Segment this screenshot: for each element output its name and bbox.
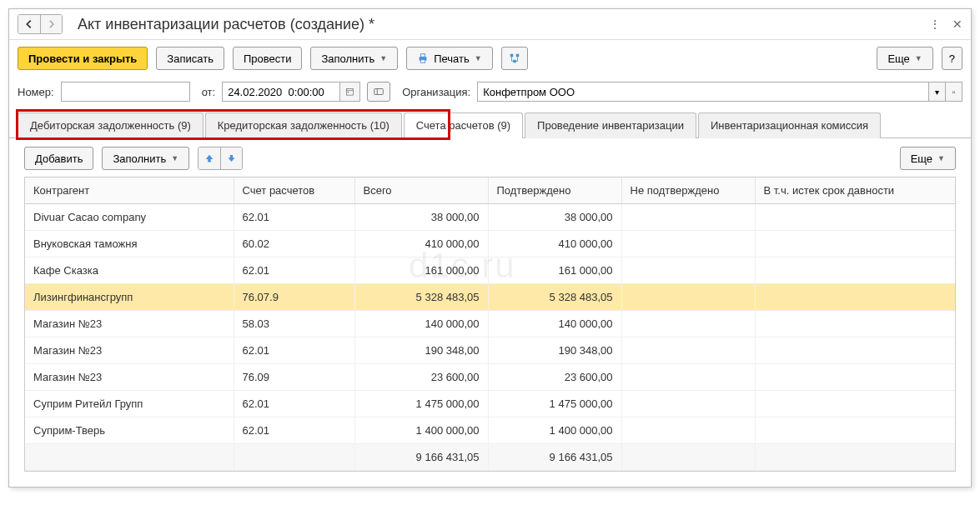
cell-confirmed[interactable]: 140 000,00 — [488, 311, 621, 338]
cell-account[interactable]: 62.01 — [234, 338, 354, 364]
org-open-button[interactable]: ▫ — [945, 82, 962, 101]
cell-counterparty[interactable]: Магазин №23 — [25, 364, 234, 391]
move-down-button[interactable] — [220, 148, 242, 169]
cell-confirmed[interactable]: 161 000,00 — [488, 258, 621, 284]
cell-account[interactable]: 58.03 — [234, 311, 354, 338]
cell-unconfirmed[interactable] — [621, 231, 755, 258]
org-dropdown-button[interactable]: ▾ — [928, 82, 945, 101]
table-row[interactable]: Внуковская таможня60.02410 000,00410 000… — [25, 231, 955, 258]
cell-counterparty[interactable]: Магазин №23 — [25, 311, 234, 338]
cell-confirmed[interactable]: 23 600,00 — [488, 364, 621, 391]
number-input[interactable] — [61, 82, 190, 102]
cell-unconfirmed[interactable] — [621, 311, 755, 338]
cell-total[interactable]: 5 328 483,05 — [354, 284, 488, 311]
sub-more-button[interactable]: Еще ▼ — [900, 147, 956, 170]
cell-account[interactable]: 62.01 — [234, 418, 354, 444]
cell-expired[interactable] — [755, 258, 955, 284]
cell-expired[interactable] — [755, 284, 955, 311]
forward-button[interactable] — [40, 15, 62, 33]
cell-expired[interactable] — [755, 418, 955, 444]
col-confirmed[interactable]: Подтверждено — [488, 178, 621, 204]
cell-total[interactable]: 1 475 000,00 — [354, 391, 488, 418]
tab-inventory[interactable]: Проведение инвентаризации — [525, 112, 696, 138]
fill-sub-button[interactable]: Заполнить ▼ — [102, 147, 189, 170]
cell-unconfirmed[interactable] — [621, 338, 755, 364]
cell-counterparty[interactable]: Лизингфинансгрупп — [25, 284, 234, 311]
cell-expired[interactable] — [755, 338, 955, 364]
col-expired[interactable]: В т.ч. истек срок давности — [755, 178, 955, 204]
col-unconfirmed[interactable]: Не подтверждено — [621, 178, 755, 204]
cell-confirmed[interactable]: 5 328 483,05 — [488, 284, 621, 311]
col-counterparty[interactable]: Контрагент — [25, 178, 234, 204]
tab-accounts[interactable]: Счета расчетов (9) — [404, 112, 523, 138]
cell-expired[interactable] — [755, 364, 955, 391]
cell-confirmed[interactable]: 38 000,00 — [488, 204, 621, 231]
cell-unconfirmed[interactable] — [621, 284, 755, 311]
cell-confirmed[interactable]: 1 400 000,00 — [488, 418, 621, 444]
cell-unconfirmed[interactable] — [621, 391, 755, 418]
help-button[interactable]: ? — [942, 47, 962, 70]
table-row[interactable]: Кафе Сказка62.01161 000,00161 000,00 — [25, 258, 955, 284]
post-button[interactable]: Провести — [233, 47, 303, 70]
cell-confirmed[interactable]: 190 348,00 — [488, 338, 621, 364]
tab-debit[interactable]: Дебиторская задолженность (9) — [18, 112, 204, 138]
date-input[interactable] — [223, 82, 339, 101]
structure-button[interactable] — [501, 47, 528, 70]
link-icon — [373, 86, 384, 98]
more-button[interactable]: Еще ▼ — [877, 47, 932, 70]
cell-total[interactable]: 410 000,00 — [354, 231, 488, 258]
cell-confirmed[interactable]: 410 000,00 — [488, 231, 621, 258]
cell-counterparty[interactable]: Внуковская таможня — [25, 231, 234, 258]
cell-expired[interactable] — [755, 391, 955, 418]
table-row[interactable]: Магазин №2358.03140 000,00140 000,00 — [25, 311, 955, 338]
cell-expired[interactable] — [755, 311, 955, 338]
cell-counterparty[interactable]: Суприм-Тверь — [25, 418, 234, 444]
cell-expired[interactable] — [755, 231, 955, 258]
nav-buttons — [18, 14, 63, 34]
cell-expired[interactable] — [755, 204, 955, 231]
cell-account[interactable]: 62.01 — [234, 391, 354, 418]
post-and-close-button[interactable]: Провести и закрыть — [18, 47, 148, 70]
table-row[interactable]: Суприм-Тверь62.011 400 000,001 400 000,0… — [25, 418, 955, 444]
cell-unconfirmed[interactable] — [621, 364, 755, 391]
cell-counterparty[interactable]: Магазин №23 — [25, 338, 234, 364]
table-row[interactable]: Суприм Ритейл Групп62.011 475 000,001 47… — [25, 391, 955, 418]
move-up-button[interactable] — [199, 148, 220, 169]
cell-account[interactable]: 76.09 — [234, 364, 354, 391]
cell-total[interactable]: 38 000,00 — [354, 204, 488, 231]
cell-unconfirmed[interactable] — [621, 418, 755, 444]
print-button[interactable]: Печать ▼ — [406, 47, 493, 70]
table-row[interactable]: Магазин №2362.01190 348,00190 348,00 — [25, 338, 955, 364]
table-row[interactable]: Лизингфинансгрупп76.07.95 328 483,055 32… — [25, 284, 955, 311]
col-total[interactable]: Всего — [354, 178, 488, 204]
menu-dots-icon[interactable]: ⋮ — [929, 18, 941, 31]
organization-input[interactable] — [478, 82, 928, 101]
cell-account[interactable]: 60.02 — [234, 231, 354, 258]
cell-unconfirmed[interactable] — [621, 204, 755, 231]
tab-commission[interactable]: Инвентаризационная комиссия — [698, 112, 881, 138]
cell-total[interactable]: 190 348,00 — [354, 338, 488, 364]
date-link-button[interactable] — [367, 82, 390, 102]
fill-button[interactable]: Заполнить ▼ — [310, 47, 398, 70]
cell-unconfirmed[interactable] — [621, 258, 755, 284]
cell-total[interactable]: 1 400 000,00 — [354, 418, 488, 444]
cell-total[interactable]: 23 600,00 — [354, 364, 488, 391]
cell-total[interactable]: 140 000,00 — [354, 311, 488, 338]
add-button[interactable]: Добавить — [24, 147, 93, 170]
col-account[interactable]: Счет расчетов — [234, 178, 354, 204]
write-button[interactable]: Записать — [156, 47, 224, 70]
cell-confirmed[interactable]: 1 475 000,00 — [488, 391, 621, 418]
calendar-button[interactable] — [339, 82, 359, 101]
close-icon[interactable]: ✕ — [952, 18, 962, 31]
cell-counterparty[interactable]: Кафе Сказка — [25, 258, 234, 284]
table-row[interactable]: Divuar Cacao company62.0138 000,0038 000… — [25, 204, 955, 231]
tab-credit[interactable]: Кредиторская задолженность (10) — [205, 112, 402, 138]
cell-counterparty[interactable]: Divuar Cacao company — [25, 204, 234, 231]
back-button[interactable] — [18, 15, 40, 33]
table-row[interactable]: Магазин №2376.0923 600,0023 600,00 — [25, 364, 955, 391]
cell-account[interactable]: 62.01 — [234, 258, 354, 284]
cell-total[interactable]: 161 000,00 — [354, 258, 488, 284]
cell-account[interactable]: 62.01 — [234, 204, 354, 231]
cell-counterparty[interactable]: Суприм Ритейл Групп — [25, 391, 234, 418]
cell-account[interactable]: 76.07.9 — [234, 284, 354, 311]
